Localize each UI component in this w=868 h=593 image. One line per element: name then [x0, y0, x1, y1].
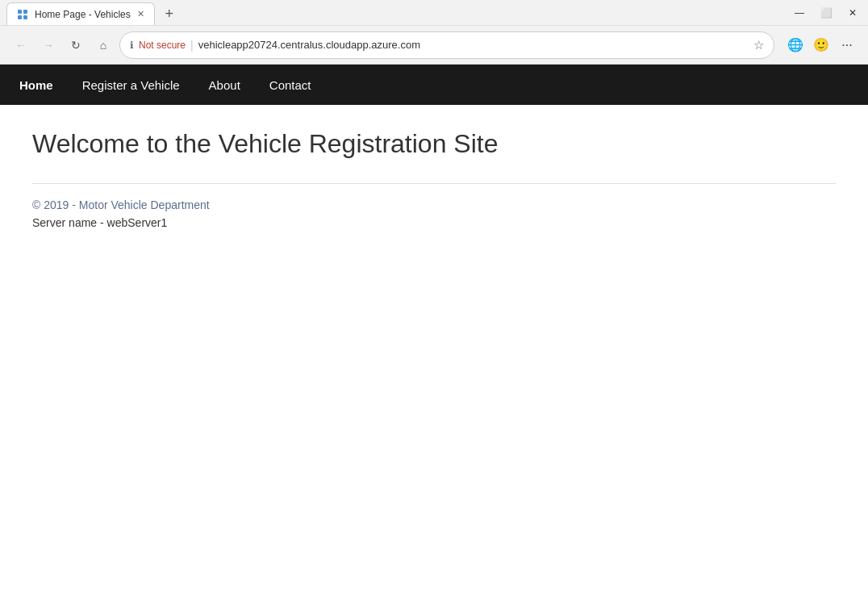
security-info-icon: ℹ	[130, 40, 134, 51]
browser-window: Home Page - Vehicles ✕ + — ⬜ ✕ ← → ↻ ⌂ ℹ…	[0, 0, 868, 593]
bookmark-icon[interactable]: ☆	[753, 38, 764, 52]
forward-button[interactable]: →	[37, 34, 60, 56]
extension-button[interactable]: 🌐	[784, 34, 807, 56]
refresh-button[interactable]: ↻	[65, 34, 87, 56]
svg-rect-3	[23, 15, 27, 19]
server-name-text: Server name - webServer1	[32, 216, 836, 229]
emoji-button[interactable]: 🙂	[810, 34, 833, 56]
divider	[32, 183, 836, 184]
tab-favicon	[17, 9, 28, 20]
nav-item-register[interactable]: Register a Vehicle	[68, 65, 194, 105]
close-button[interactable]: ✕	[844, 6, 862, 20]
title-bar: Home Page - Vehicles ✕ + — ⬜ ✕	[0, 0, 868, 26]
restore-button[interactable]: ⬜	[816, 6, 837, 20]
browser-tab[interactable]: Home Page - Vehicles ✕	[6, 2, 155, 25]
back-button[interactable]: ←	[10, 34, 32, 56]
menu-button[interactable]: ···	[836, 34, 858, 56]
toolbar-actions: 🌐 🙂 ···	[784, 34, 858, 56]
toolbar: ← → ↻ ⌂ ℹ Not secure | vehicleapp20724.c…	[0, 26, 868, 65]
emoji-icon: 🙂	[813, 37, 829, 52]
window-controls: — ⬜ ✕	[790, 6, 862, 20]
forward-icon: →	[43, 39, 54, 52]
nav-item-contact[interactable]: Contact	[255, 65, 326, 105]
tab-close-icon[interactable]: ✕	[137, 9, 144, 19]
home-icon: ⌂	[100, 39, 106, 52]
main-content: Welcome to the Vehicle Registration Site…	[0, 105, 868, 593]
page-title: Welcome to the Vehicle Registration Site	[32, 129, 836, 159]
new-tab-button[interactable]: +	[158, 2, 181, 25]
site-nav: Home Register a Vehicle About Contact	[0, 65, 868, 105]
url-separator: |	[190, 39, 194, 52]
tab-area: Home Page - Vehicles ✕ +	[6, 0, 783, 25]
extension-icon: 🌐	[787, 37, 803, 52]
nav-item-home[interactable]: Home	[19, 65, 68, 105]
nav-item-about[interactable]: About	[194, 65, 255, 105]
tab-label: Home Page - Vehicles	[35, 9, 131, 20]
svg-rect-0	[18, 10, 22, 14]
page-content: Home Register a Vehicle About Contact We…	[0, 65, 868, 593]
refresh-icon: ↻	[71, 39, 81, 52]
url-text: vehicleapp20724.centralus.cloudapp.azure…	[198, 39, 749, 51]
minimize-button[interactable]: —	[790, 6, 809, 20]
address-bar[interactable]: ℹ Not secure | vehicleapp20724.centralus…	[119, 31, 774, 59]
back-icon: ←	[15, 39, 27, 52]
copyright-text: © 2019 - Motor Vehicle Department	[32, 198, 836, 211]
menu-icon: ···	[841, 38, 852, 52]
not-secure-label: Not secure	[139, 40, 186, 51]
svg-rect-1	[23, 10, 27, 14]
svg-rect-2	[18, 15, 22, 19]
home-button[interactable]: ⌂	[92, 34, 115, 56]
